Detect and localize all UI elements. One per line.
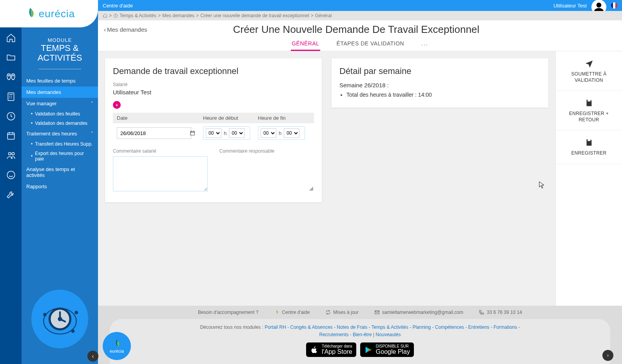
end-min-select[interactable]: 00 [284,128,299,138]
sidebar-item-traitement[interactable]: Traitement des heures˄ [22,128,98,139]
svg-point-12 [597,3,602,8]
home-icon[interactable] [103,13,107,18]
sidebar-sub-valid-demandes[interactable]: Validation des demandes [22,119,98,128]
detail-week: Semaine 26/2018 : [339,82,540,88]
end-time-group: 00 h 00 [258,126,305,140]
footer-module-link[interactable]: Compétences [435,324,464,330]
start-min-select[interactable]: 00 [229,128,245,138]
tab-general[interactable]: GÉNÉRAL [291,38,320,51]
sidebar-sub-transfert[interactable]: Transfert des Heures Supp. [22,139,98,149]
clock-icon [113,13,118,18]
save-button[interactable]: ENREGISTRER [556,130,622,164]
footer-accomp: Besoin d'accompagnement ? [198,310,258,315]
collapse-sidebar-button[interactable]: ‹ [87,351,98,362]
footer-module-link[interactable]: Portail RH [265,324,286,330]
action-label: SOUMETTRE À VALIDATION [560,71,618,83]
rail-flipflops-icon[interactable] [0,68,22,86]
footer-text: Découvrez tous nos modules : [200,324,265,330]
page-title: Créer Une Nouvelle Demande De Travail Ex… [147,23,565,36]
sidebar: eurécia MODULE TEMPS & ACTIVITÉS Mes feu… [22,0,98,364]
brand-logo[interactable]: eurécia [0,0,98,27]
footer-help-link[interactable]: Centre d'aide [274,310,310,315]
h-sep: h [224,130,227,136]
rail-calendar-icon[interactable] [0,127,22,144]
salarie-label: Salarié [113,82,314,87]
breadcrumb: > Temps & Activités > Mes demandes > Cré… [98,11,622,20]
footer-module-link[interactable]: Entretiens [468,324,490,330]
appstore-badge[interactable]: Télécharger dansl'App Store [306,342,356,357]
h-sep: h [279,130,281,136]
rail-smile-icon[interactable] [0,166,22,184]
rail-calculator-icon[interactable] [0,88,22,105]
date-input[interactable] [117,127,191,139]
svg-rect-14 [190,131,195,135]
footer-updates-link[interactable]: Mises à jour [325,310,359,315]
submit-button[interactable]: SOUMETTRE À VALIDATION [556,51,622,91]
save-back-icon [585,99,593,107]
svg-rect-2 [7,133,14,139]
scroll-right-button[interactable]: › [602,350,613,361]
leaf-icon [23,6,37,22]
back-link[interactable]: ‹ Mes demandes [104,26,147,33]
sidebar-item-manager[interactable]: Vue manager˄ [22,98,98,109]
sidebar-item-demandes[interactable]: Mes demandes [22,86,98,98]
tab-more[interactable]: ... [421,38,429,51]
sidebar-item-label: Export des heures pour paie [35,151,93,162]
sidebar-item-rapports[interactable]: Rapports [22,181,98,192]
footer-news-link[interactable]: Nouveautés [375,332,401,337]
sidebar-sub-valid-feuilles[interactable]: Validation des feuilles [22,109,98,119]
footer-module-link[interactable]: Notes de Frais [337,324,367,330]
tabs: GÉNÉRAL ÉTAPES DE VALIDATION ... [98,36,622,51]
rail-home-icon[interactable] [0,29,22,47]
svg-point-5 [7,171,15,179]
topbar: Centre d'aide Utilisateur Test [98,0,622,11]
salarie-value: Utilisateur Test [113,89,314,96]
help-link[interactable]: Centre d'aide [103,3,133,9]
main: Centre d'aide Utilisateur Test > Temps &… [98,0,622,364]
flag-fr-icon[interactable] [611,2,617,9]
footer-module-link[interactable]: Formations [493,324,517,330]
table-row: 00 h 00 00 h 00 [113,123,314,144]
rail-folder-icon[interactable] [0,49,22,66]
sidebar-item-analyse[interactable]: Analyse des temps et activités [22,164,98,181]
footer-phone[interactable]: 33 6 76 39 10 14 [479,310,522,315]
comment-salarie-input[interactable] [113,156,208,191]
footer-link-label: Mises à jour [333,310,359,315]
footer-module-link[interactable]: Bien-être [353,332,372,337]
rail-wrench-icon[interactable] [0,186,22,203]
breadcrumb-item[interactable]: Mes demandes [162,13,194,18]
footer-logo-text: eurécia [110,349,124,353]
action-label: ENREGISTRER + RETOUR [560,111,618,123]
breadcrumb-item[interactable]: Créer une nouvelle demande de travail ex… [200,13,309,18]
tab-etapes[interactable]: ÉTAPES DE VALIDATION [336,38,405,51]
module-header: MODULE TEMPS & ACTIVITÉS [22,37,98,75]
apple-icon [310,346,319,354]
badge-big: Google Play [376,348,410,355]
rail-people-icon[interactable] [0,147,22,164]
start-hour-select[interactable]: 00 [206,128,221,138]
footer-module-link[interactable]: Congés & Absences [290,324,332,330]
footer-module-link[interactable]: Planning [412,324,431,330]
save-back-button[interactable]: ENREGISTRER + RETOUR [556,91,622,130]
sidebar-item-feuilles[interactable]: Mes feuilles de temps [22,75,98,86]
badge-small: Télécharger dans [322,344,352,348]
rail-clock-icon[interactable] [0,108,22,125]
date-field[interactable] [117,130,189,136]
calendar-icon[interactable] [189,130,196,136]
footer-module-link[interactable]: Temps & Activités [372,324,408,330]
topbar-user[interactable]: Utilisateur Test [553,3,587,9]
detail-bullet: Total des heures à travailler : 14:00 [346,92,540,98]
sidebar-nav: Mes feuilles de temps Mes demandes Vue m… [22,75,98,192]
breadcrumb-item[interactable]: Temps & Activités [120,13,156,18]
footer-module-link[interactable]: Recrutements [319,332,349,337]
add-row-button[interactable]: + [113,101,121,109]
footer-logo[interactable]: eurécia [103,332,131,360]
playstore-badge[interactable]: DISPONIBLE SURGoogle Play [360,342,414,357]
back-link-label: Mes demandes [107,26,147,33]
breadcrumb-sep: > [109,13,112,18]
end-hour-select[interactable]: 00 [261,128,276,138]
footer-email-link[interactable]: samieltamerwebmarketing@gmail.com [374,310,463,315]
sidebar-sub-export[interactable]: Export des heures pour paie [22,149,98,164]
svg-point-9 [43,313,47,317]
mail-icon [374,310,380,315]
